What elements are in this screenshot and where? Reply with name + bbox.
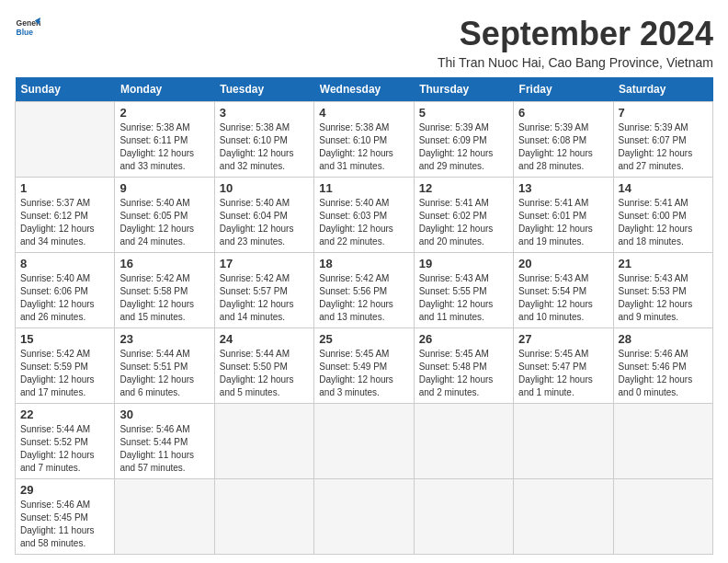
weekday-header-wednesday: Wednesday: [314, 77, 414, 102]
day-info: Sunrise: 5:39 AMSunset: 6:08 PMDaylight:…: [518, 122, 593, 171]
day-info: Sunrise: 5:39 AMSunset: 6:09 PMDaylight:…: [419, 122, 494, 171]
day-info: Sunrise: 5:42 AMSunset: 5:56 PMDaylight:…: [319, 273, 393, 322]
day-info: Sunrise: 5:40 AMSunset: 6:03 PMDaylight:…: [319, 198, 393, 247]
calendar: SundayMondayTuesdayWednesdayThursdayFrid…: [15, 77, 713, 555]
day-number: 13: [518, 181, 608, 195]
calendar-cell: 15Sunrise: 5:42 AMSunset: 5:59 PMDayligh…: [16, 328, 115, 404]
calendar-cell: 19Sunrise: 5:43 AMSunset: 5:55 PMDayligh…: [414, 253, 513, 328]
calendar-cell: 9Sunrise: 5:40 AMSunset: 6:05 PMDaylight…: [115, 178, 214, 253]
calendar-cell: [214, 479, 313, 555]
calendar-cell: 28Sunrise: 5:46 AMSunset: 5:46 PMDayligh…: [613, 328, 712, 404]
day-number: 24: [220, 332, 309, 346]
calendar-cell: [514, 404, 613, 479]
day-info: Sunrise: 5:38 AMSunset: 6:10 PMDaylight:…: [220, 122, 294, 171]
title-block: September 2024 Thi Tran Nuoc Hai, Cao Ba…: [438, 15, 713, 70]
calendar-cell: 13Sunrise: 5:41 AMSunset: 6:01 PMDayligh…: [514, 178, 613, 253]
calendar-cell: 17Sunrise: 5:42 AMSunset: 5:57 PMDayligh…: [214, 253, 313, 328]
calendar-cell: 1Sunrise: 5:37 AMSunset: 6:12 PMDaylight…: [16, 178, 115, 253]
day-number: 14: [619, 181, 708, 195]
day-number: 4: [319, 106, 408, 120]
calendar-cell: 21Sunrise: 5:43 AMSunset: 5:53 PMDayligh…: [613, 253, 712, 328]
day-info: Sunrise: 5:43 AMSunset: 5:54 PMDaylight:…: [518, 273, 593, 322]
day-number: 11: [319, 181, 408, 195]
day-number: 19: [419, 257, 508, 270]
weekday-header-saturday: Saturday: [613, 77, 712, 102]
logo: General Blue: [15, 15, 40, 40]
calendar-cell: 29Sunrise: 5:46 AMSunset: 5:45 PMDayligh…: [16, 479, 115, 555]
day-number: 8: [20, 257, 109, 270]
day-info: Sunrise: 5:41 AMSunset: 6:01 PMDaylight:…: [518, 198, 593, 247]
calendar-cell: 30Sunrise: 5:46 AMSunset: 5:44 PMDayligh…: [115, 404, 214, 479]
calendar-cell: 2Sunrise: 5:38 AMSunset: 6:11 PMDaylight…: [115, 102, 214, 178]
day-number: 30: [119, 408, 209, 421]
calendar-cell: 16Sunrise: 5:42 AMSunset: 5:58 PMDayligh…: [115, 253, 214, 328]
day-number: 27: [518, 332, 608, 346]
day-number: 22: [20, 408, 109, 421]
day-info: Sunrise: 5:38 AMSunset: 6:10 PMDaylight:…: [319, 122, 393, 171]
day-info: Sunrise: 5:40 AMSunset: 6:04 PMDaylight:…: [220, 198, 294, 247]
day-info: Sunrise: 5:41 AMSunset: 6:00 PMDaylight:…: [619, 198, 693, 247]
day-number: 17: [220, 257, 309, 270]
day-info: Sunrise: 5:43 AMSunset: 5:53 PMDaylight:…: [619, 273, 693, 322]
day-info: Sunrise: 5:45 AMSunset: 5:49 PMDaylight:…: [319, 349, 393, 397]
month-title: September 2024: [438, 15, 713, 53]
calendar-cell: 26Sunrise: 5:45 AMSunset: 5:48 PMDayligh…: [414, 328, 513, 404]
calendar-cell: 5Sunrise: 5:39 AMSunset: 6:09 PMDaylight…: [414, 102, 513, 178]
day-number: 10: [220, 181, 309, 195]
day-number: 16: [119, 257, 209, 270]
day-info: Sunrise: 5:42 AMSunset: 5:58 PMDaylight:…: [119, 273, 194, 322]
calendar-cell: [115, 479, 214, 555]
day-number: 20: [518, 257, 608, 270]
day-number: 9: [119, 181, 209, 195]
day-info: Sunrise: 5:43 AMSunset: 5:55 PMDaylight:…: [419, 273, 494, 322]
day-info: Sunrise: 5:46 AMSunset: 5:45 PMDaylight:…: [20, 500, 95, 548]
day-info: Sunrise: 5:44 AMSunset: 5:51 PMDaylight:…: [119, 349, 194, 397]
calendar-cell: [613, 404, 712, 479]
day-info: Sunrise: 5:40 AMSunset: 6:05 PMDaylight:…: [119, 198, 194, 247]
day-number: 25: [319, 332, 408, 346]
day-number: 3: [220, 106, 309, 120]
day-info: Sunrise: 5:46 AMSunset: 5:44 PMDaylight:…: [119, 424, 194, 473]
day-number: 29: [20, 483, 109, 497]
calendar-cell: 12Sunrise: 5:41 AMSunset: 6:02 PMDayligh…: [414, 178, 513, 253]
calendar-cell: 14Sunrise: 5:41 AMSunset: 6:00 PMDayligh…: [613, 178, 712, 253]
day-info: Sunrise: 5:45 AMSunset: 5:48 PMDaylight:…: [419, 349, 494, 397]
calendar-cell: [613, 479, 712, 555]
logo-icon: General Blue: [15, 15, 40, 40]
day-info: Sunrise: 5:44 AMSunset: 5:50 PMDaylight:…: [220, 349, 294, 397]
day-info: Sunrise: 5:38 AMSunset: 6:11 PMDaylight:…: [119, 122, 194, 171]
calendar-cell: 8Sunrise: 5:40 AMSunset: 6:06 PMDaylight…: [16, 253, 115, 328]
calendar-cell: [314, 404, 414, 479]
day-info: Sunrise: 5:46 AMSunset: 5:46 PMDaylight:…: [619, 349, 693, 397]
day-number: 15: [20, 332, 109, 346]
calendar-cell: 18Sunrise: 5:42 AMSunset: 5:56 PMDayligh…: [314, 253, 414, 328]
calendar-cell: 10Sunrise: 5:40 AMSunset: 6:04 PMDayligh…: [214, 178, 313, 253]
day-number: 21: [619, 257, 708, 270]
weekday-header-tuesday: Tuesday: [214, 77, 313, 102]
calendar-cell: [16, 102, 115, 178]
calendar-cell: 6Sunrise: 5:39 AMSunset: 6:08 PMDaylight…: [514, 102, 613, 178]
day-number: 28: [619, 332, 708, 346]
day-info: Sunrise: 5:42 AMSunset: 5:59 PMDaylight:…: [20, 349, 95, 397]
svg-text:Blue: Blue: [17, 28, 34, 37]
day-info: Sunrise: 5:39 AMSunset: 6:07 PMDaylight:…: [619, 122, 693, 171]
calendar-cell: 20Sunrise: 5:43 AMSunset: 5:54 PMDayligh…: [514, 253, 613, 328]
day-number: 23: [119, 332, 209, 346]
calendar-cell: [514, 479, 613, 555]
calendar-cell: 23Sunrise: 5:44 AMSunset: 5:51 PMDayligh…: [115, 328, 214, 404]
day-info: Sunrise: 5:37 AMSunset: 6:12 PMDaylight:…: [20, 198, 95, 247]
calendar-cell: 4Sunrise: 5:38 AMSunset: 6:10 PMDaylight…: [314, 102, 414, 178]
day-number: 2: [119, 106, 209, 120]
day-info: Sunrise: 5:44 AMSunset: 5:52 PMDaylight:…: [20, 424, 95, 473]
weekday-header-thursday: Thursday: [414, 77, 513, 102]
calendar-cell: [214, 404, 313, 479]
day-number: 5: [419, 106, 508, 120]
calendar-cell: 22Sunrise: 5:44 AMSunset: 5:52 PMDayligh…: [16, 404, 115, 479]
day-info: Sunrise: 5:45 AMSunset: 5:47 PMDaylight:…: [518, 349, 593, 397]
calendar-cell: 27Sunrise: 5:45 AMSunset: 5:47 PMDayligh…: [514, 328, 613, 404]
day-info: Sunrise: 5:42 AMSunset: 5:57 PMDaylight:…: [220, 273, 294, 322]
calendar-cell: 7Sunrise: 5:39 AMSunset: 6:07 PMDaylight…: [613, 102, 712, 178]
day-number: 7: [619, 106, 708, 120]
calendar-cell: [414, 479, 513, 555]
day-number: 26: [419, 332, 508, 346]
